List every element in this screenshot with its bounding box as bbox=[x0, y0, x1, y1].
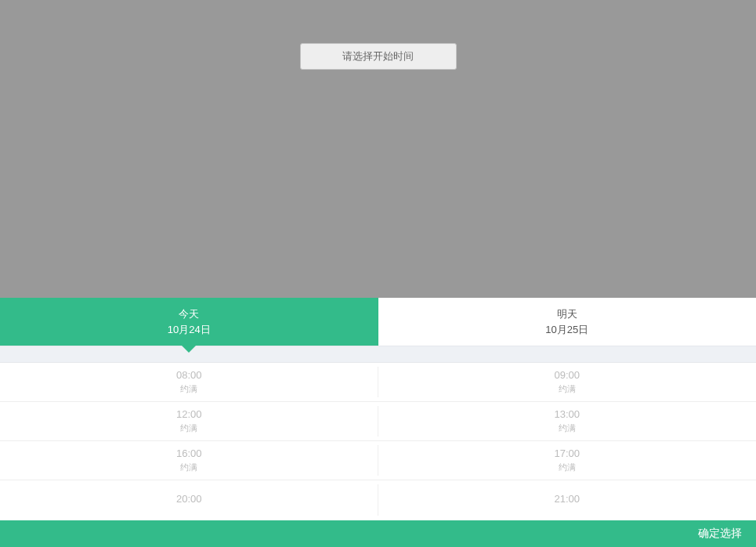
time-row: 08:00 约满 09:00 约满 bbox=[0, 363, 756, 402]
time-slot-time: 12:00 bbox=[176, 408, 202, 422]
time-slot-time: 21:00 bbox=[554, 493, 580, 506]
date-tab-date: 10月25日 bbox=[545, 322, 588, 338]
time-slot-status: 约满 bbox=[180, 462, 197, 473]
time-grid: 08:00 约满 09:00 约满 12:00 约满 13:00 约满 16:0… bbox=[0, 363, 756, 520]
time-slot[interactable]: 21:00 bbox=[378, 480, 757, 520]
time-row: 12:00 约满 13:00 约满 bbox=[0, 402, 756, 441]
time-row: 20:00 21:00 bbox=[0, 480, 756, 520]
date-tab-title: 今天 bbox=[179, 306, 199, 322]
time-slot[interactable]: 20:00 bbox=[0, 480, 378, 520]
time-slot-time: 16:00 bbox=[176, 447, 202, 461]
time-slot[interactable]: 17:00 约满 bbox=[378, 441, 757, 480]
date-tab-date: 10月24日 bbox=[168, 322, 211, 338]
time-slot-time: 17:00 bbox=[554, 447, 580, 461]
select-start-time-label: 请选择开始时间 bbox=[342, 49, 414, 63]
time-slot-status: 约满 bbox=[559, 422, 576, 433]
section-divider bbox=[0, 346, 756, 363]
time-slot[interactable]: 08:00 约满 bbox=[0, 363, 378, 401]
time-slot[interactable]: 13:00 约满 bbox=[378, 402, 757, 440]
time-slot-status: 约满 bbox=[559, 383, 576, 394]
time-slot-time: 13:00 bbox=[554, 408, 580, 422]
time-slot[interactable]: 12:00 约满 bbox=[0, 402, 378, 440]
time-slot-status: 约满 bbox=[180, 422, 197, 433]
date-tab-today[interactable]: 今天 10月24日 bbox=[0, 298, 378, 346]
date-tab-tomorrow[interactable]: 明天 10月25日 bbox=[378, 298, 757, 346]
date-tab-title: 明天 bbox=[557, 306, 577, 322]
time-slot-status: 约满 bbox=[180, 383, 197, 394]
time-slot-status: 约满 bbox=[559, 462, 576, 473]
time-slot-time: 08:00 bbox=[176, 369, 202, 382]
select-start-time-button[interactable]: 请选择开始时间 bbox=[300, 43, 457, 70]
time-slot-time: 20:00 bbox=[176, 493, 202, 506]
time-row: 16:00 约满 17:00 约满 bbox=[0, 441, 756, 480]
confirm-button[interactable]: 确定选择 bbox=[0, 520, 756, 547]
time-slot-time: 09:00 bbox=[554, 369, 580, 382]
confirm-label: 确定选择 bbox=[698, 527, 742, 541]
date-tabs: 今天 10月24日 明天 10月25日 bbox=[0, 298, 756, 346]
time-slot[interactable]: 09:00 约满 bbox=[378, 363, 757, 401]
time-slot[interactable]: 16:00 约满 bbox=[0, 441, 378, 480]
